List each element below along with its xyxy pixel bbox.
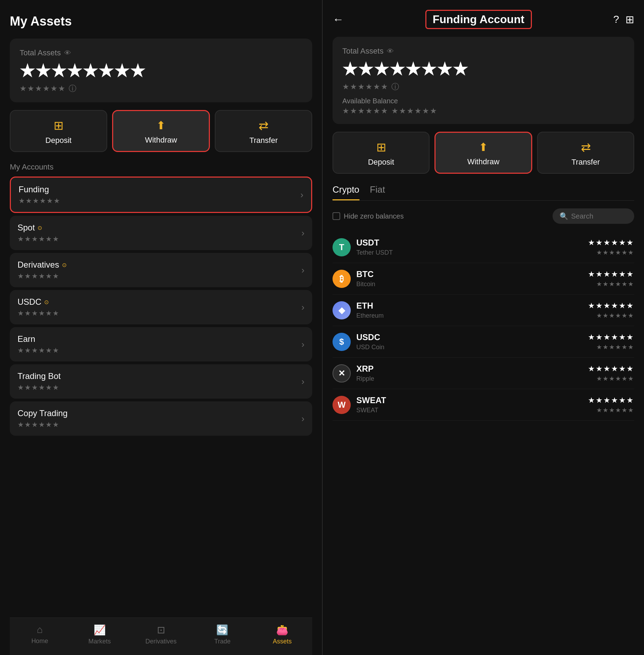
right-info-icon[interactable]: ⓘ [391, 82, 399, 92]
crypto-search-box[interactable]: 🔍 [553, 208, 634, 224]
usdc-logo: $ [333, 333, 351, 351]
copy-trading-account-item[interactable]: Copy Trading ★★★★★★ › [10, 401, 312, 436]
sweat-item[interactable]: W SWEAT SWEAT ★★★★★★ ★★★★★★ [333, 389, 634, 421]
derivatives-name: Derivatives [18, 260, 59, 270]
deposit-label: Deposit [46, 136, 72, 145]
btc-item[interactable]: ₿ BTC Bitcoin ★★★★★★ ★★★★★★ [333, 263, 634, 295]
withdraw-button[interactable]: ⬆ Withdraw [112, 110, 210, 152]
home-icon: ⌂ [37, 624, 43, 635]
funding-account-item[interactable]: Funding ★★★★★★ › [10, 177, 312, 213]
earn-arrow-icon: › [301, 339, 304, 350]
tab-crypto[interactable]: Crypto [333, 184, 359, 200]
transfer-icon: ⇄ [259, 118, 268, 132]
info-icon[interactable]: ⓘ [69, 83, 76, 94]
crypto-search-input[interactable] [571, 212, 627, 220]
tab-fiat[interactable]: Fiat [370, 184, 385, 200]
earn-value: ★★★★★★ [18, 346, 60, 354]
my-accounts-label: My Accounts [10, 163, 312, 172]
usdc-symbol: USDC [356, 332, 582, 342]
usdc-account-item[interactable]: USDC ⊙ ★★★★★★ › [10, 290, 312, 324]
hide-assets-icon[interactable]: 👁 [64, 49, 71, 57]
sweat-amount: ★★★★★★ [588, 396, 634, 405]
deposit-button[interactable]: ⊞ Deposit [10, 110, 107, 152]
nav-home[interactable]: ⌂ Home [26, 624, 54, 645]
nav-trade[interactable]: 🔄 Trade [208, 624, 237, 645]
usdc-dot-icon: ⊙ [44, 299, 49, 305]
bottom-nav: ⌂ Home 📈 Markets ⊡ Derivatives 🔄 Trade 👛… [10, 618, 312, 655]
usdt-amount: ★★★★★★ [588, 238, 634, 247]
usdc-arrow-icon: › [301, 302, 304, 313]
assets-label: Total Assets 👁 [20, 48, 302, 57]
right-transfer-button[interactable]: ⇄ Transfer [537, 132, 634, 174]
nav-markets-label: Markets [88, 638, 111, 645]
assets-value: ★★★★★★★★ [20, 61, 302, 81]
usdt-usd: ★★★★★★ [596, 249, 634, 256]
usdc-item[interactable]: $ USDC USD Coin ★★★★★★ ★★★★★★ [333, 326, 634, 358]
left-panel: My Assets Total Assets 👁 ★★★★★★★★ ★★★★★★… [0, 0, 322, 655]
right-hide-assets-icon[interactable]: 👁 [387, 47, 394, 55]
right-assets-card: Total Assets 👁 ★★★★★★★★ ★★★★★★ ⓘ Availab… [333, 37, 634, 124]
eth-amount: ★★★★★★ [588, 301, 634, 310]
hide-zero-label: Hide zero balances [344, 212, 404, 220]
derivatives-icon: ⊡ [157, 624, 165, 636]
spot-arrow-icon: › [301, 228, 304, 239]
copy-trading-arrow-icon: › [301, 413, 304, 424]
copy-trading-value: ★★★★★★ [18, 420, 68, 429]
right-deposit-button[interactable]: ⊞ Deposit [333, 132, 430, 174]
back-button[interactable]: ← [333, 13, 344, 26]
btc-logo: ₿ [333, 270, 351, 288]
eth-name: Ethereum [356, 312, 582, 319]
hide-zero-checkbox[interactable] [333, 212, 340, 220]
funding-arrow-icon: › [300, 189, 303, 200]
available-balance-value: ★★★★★★ ★★★★★★ [342, 106, 624, 116]
derivatives-account-item[interactable]: Derivatives ⊙ ★★★★★★ › [10, 253, 312, 287]
help-icon[interactable]: ? [613, 13, 619, 26]
withdraw-label: Withdraw [145, 136, 177, 145]
assets-icon: 👛 [276, 624, 288, 636]
spot-account-item[interactable]: Spot ⊙ ★★★★★★ › [10, 216, 312, 250]
derivatives-value: ★★★★★★ [18, 272, 67, 280]
spot-name: Spot [18, 223, 35, 233]
btc-name: Bitcoin [356, 281, 582, 288]
usdc-name: USD Coin [356, 344, 582, 351]
nav-assets-label: Assets [273, 638, 292, 645]
right-header: ← Funding Account ? ⊞ [333, 10, 634, 29]
xrp-symbol: XRP [356, 364, 582, 374]
derivatives-arrow-icon: › [301, 265, 304, 276]
usdt-item[interactable]: T USDT Tether USDT ★★★★★★ ★★★★★★ [333, 232, 634, 263]
sweat-logo: W [333, 396, 351, 414]
right-panel: ← Funding Account ? ⊞ Total Assets 👁 ★★★… [322, 0, 644, 655]
nav-home-label: Home [31, 637, 48, 645]
right-withdraw-button[interactable]: ⬆ Withdraw [434, 132, 532, 174]
menu-icon[interactable]: ⊞ [625, 13, 634, 26]
eth-item[interactable]: ◆ ETH Ethereum ★★★★★★ ★★★★★★ [333, 295, 634, 326]
deposit-icon: ⊞ [54, 118, 63, 132]
btc-symbol: BTC [356, 269, 582, 279]
hide-zero-balances-toggle[interactable]: Hide zero balances [333, 212, 404, 220]
transfer-button[interactable]: ⇄ Transfer [215, 110, 312, 152]
total-assets-card: Total Assets 👁 ★★★★★★★★ ★★★★★★ ⓘ [10, 39, 312, 102]
account-list: Funding ★★★★★★ › Spot ⊙ ★★★★★★ › Derivat… [10, 177, 312, 436]
funding-name: Funding [19, 185, 61, 194]
earn-name: Earn [18, 334, 60, 344]
trading-bot-value: ★★★★★★ [18, 383, 61, 392]
right-assets-sub: ★★★★★★ ⓘ [342, 82, 624, 92]
nav-assets[interactable]: 👛 Assets [268, 624, 296, 645]
assets-sub: ★★★★★★ ⓘ [20, 83, 302, 94]
page-title: My Assets [10, 14, 312, 29]
nav-trade-label: Trade [214, 638, 231, 645]
spot-dot-icon: ⊙ [37, 225, 42, 231]
right-assets-label: Total Assets 👁 [342, 47, 624, 56]
trading-bot-account-item[interactable]: Trading Bot ★★★★★★ › [10, 364, 312, 399]
usdt-symbol: USDT [356, 238, 582, 248]
nav-markets[interactable]: 📈 Markets [85, 624, 114, 645]
earn-account-item[interactable]: Earn ★★★★★★ › [10, 327, 312, 361]
spot-value: ★★★★★★ [18, 235, 60, 243]
withdraw-icon: ⬆ [156, 119, 166, 132]
eth-logo: ◆ [333, 301, 351, 319]
xrp-item[interactable]: ✕ XRP Ripple ★★★★★★ ★★★★★★ [333, 358, 634, 389]
nav-derivatives[interactable]: ⊡ Derivatives [145, 624, 177, 645]
right-withdraw-label: Withdraw [467, 157, 500, 166]
sweat-usd: ★★★★★★ [596, 406, 634, 414]
copy-trading-name: Copy Trading [18, 408, 68, 418]
